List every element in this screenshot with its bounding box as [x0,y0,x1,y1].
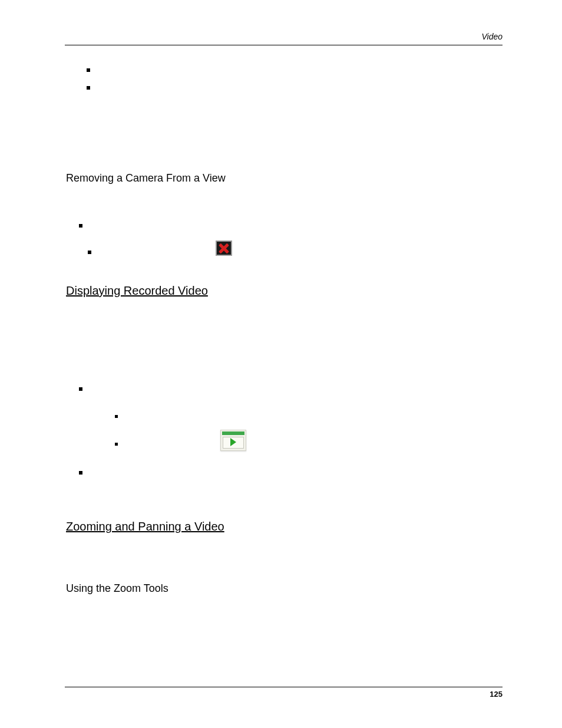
bullet-icon [115,443,118,446]
play-window-titlebar [222,431,244,435]
page-number: 125 [65,690,503,699]
footer-rule [65,687,503,687]
header-section-label: Video [65,32,503,41]
heading-displaying-recorded-video: Displaying Recorded Video [66,284,208,298]
heading-using-zoom-tools: Using the Zoom Tools [66,582,168,595]
page: Video Removing a Camera From a View Disp… [0,0,562,728]
bullet-icon [79,471,82,475]
bullet-icon [79,387,82,391]
play-triangle-icon [230,438,236,446]
bullet-icon [88,251,91,254]
heading-removing-camera: Removing a Camera From a View [66,172,226,185]
bullet-icon [87,68,90,72]
header-rule [65,45,503,45]
play-window-icon [220,430,246,451]
close-icon [216,241,232,256]
bullet-icon [79,224,82,228]
page-footer: 125 [65,687,503,699]
page-header: Video [65,32,503,45]
bullet-icon [87,86,90,90]
bullet-icon [115,415,118,418]
heading-zooming-panning: Zooming and Panning a Video [66,520,224,533]
